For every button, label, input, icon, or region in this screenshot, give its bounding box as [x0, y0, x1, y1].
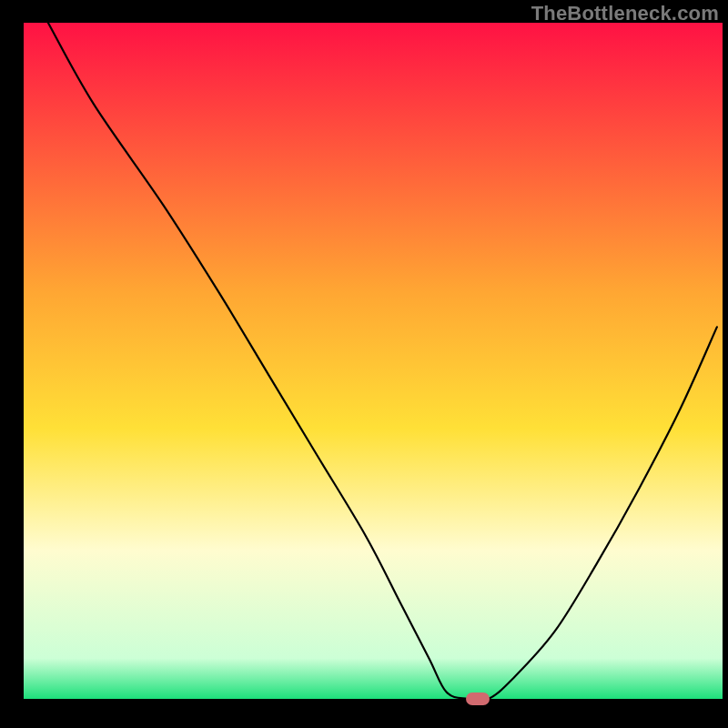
watermark-text: TheBottleneck.com — [531, 2, 719, 25]
optimal-point-marker — [466, 693, 490, 705]
chart-svg — [0, 0, 728, 728]
chart-background — [24, 23, 723, 699]
chart-container: { "watermark": "TheBottleneck.com", "cha… — [0, 0, 728, 728]
